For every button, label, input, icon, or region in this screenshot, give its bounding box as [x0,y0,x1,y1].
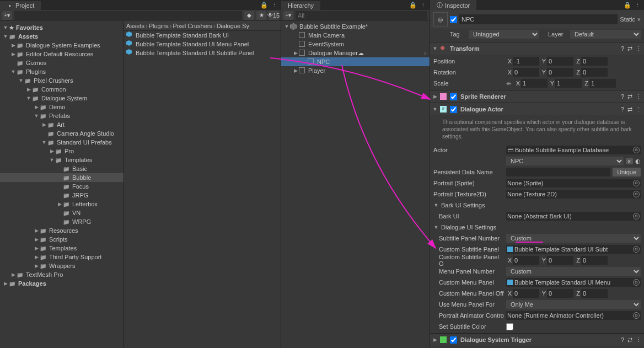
object-picker-icon[interactable]: ⊙ [633,246,640,253]
dialogue-trigger-header[interactable]: ▶ Dialogue System Trigger ?⇄⋮ [430,334,644,346]
bark-ui-field[interactable]: None (Abstract Bark UI)⊙ [506,212,641,221]
project-tree-item[interactable]: ▶Editor Default Resources [0,50,124,58]
context-menu-icon[interactable]: ⋮ [636,45,642,52]
sub-offset-y-input[interactable] [547,256,573,265]
preset-icon[interactable]: ⇄ [627,106,632,113]
menu-offset-x-input[interactable] [513,289,539,298]
position-x-input[interactable] [513,57,539,66]
rotation-z-input[interactable] [581,68,608,77]
project-tree-item[interactable]: ▶Templates [0,244,124,253]
breadcrumb-segment[interactable]: Pixel Crushers [173,23,212,29]
scale-y-input[interactable] [555,79,582,88]
menu-panel-number-dropdown[interactable]: Custom [506,267,641,276]
favorites-header[interactable]: ▼ ★ Favorites [0,23,124,32]
project-tree-item[interactable]: ▼Assets [0,32,124,41]
project-tree-item[interactable]: ▶Scripts [0,235,124,244]
foldout-icon[interactable]: ▼ [433,224,439,230]
object-name-input[interactable] [459,14,618,24]
hierarchy-item[interactable]: NPC [281,57,430,66]
project-tree-item[interactable]: Camera Angle Studio [0,129,124,138]
active-checkbox[interactable] [450,16,457,23]
visibility-icon[interactable]: 👁15 [269,11,278,20]
project-tree-item[interactable]: JRPG [0,191,124,200]
hierarchy-item[interactable]: ▼Bubble Subtitle Example* [281,22,430,31]
portrait-sprite-field[interactable]: None (Sprite)⊙ [506,179,641,188]
scale-x-input[interactable] [521,79,548,88]
custom-subtitle-panel-field[interactable]: Bubble Template Standard UI Subt⊙ [506,245,641,254]
project-tree-item[interactable]: ▶Resources [0,226,124,235]
context-menu-icon[interactable]: ⋮ [636,106,642,113]
position-z-input[interactable] [581,57,608,66]
toggle-icon[interactable]: ◐ [635,158,641,165]
rotation-y-input[interactable] [547,68,573,77]
hierarchy-item[interactable]: EventSystem [281,40,430,49]
scale-z-input[interactable] [589,79,616,88]
lock-icon[interactable]: 🔒 [409,2,417,9]
project-tree-item[interactable]: ▼Plugins [0,67,124,76]
panel-menu-icon[interactable]: ⋮ [635,2,641,9]
tag-dropdown[interactable]: Untagged [469,30,539,39]
breadcrumb-segment[interactable]: Plugins [149,23,169,29]
project-tree-item[interactable]: Bubble [0,173,124,182]
project-tree-item[interactable]: ▶TextMesh Pro [0,270,124,279]
asset-item[interactable]: Bubble Template Standard UI Subtitle Pan… [124,49,281,57]
preset-icon[interactable]: ⇄ [627,45,632,52]
add-button[interactable]: +▾ [2,11,12,20]
project-tree-item[interactable]: ▶Letterbox [0,200,124,208]
portrait-anim-field[interactable]: None (Runtime Animator Controller)⊙ [506,311,641,320]
asset-item[interactable]: Bubble Template Standard Bark UI [124,31,281,40]
preset-icon[interactable]: ⇄ [627,93,632,100]
dialogue-actor-enabled-checkbox[interactable] [450,106,457,113]
help-icon[interactable]: ? [621,45,624,52]
portrait-tex-field[interactable]: None (Texture 2D)⊙ [506,190,641,199]
help-icon[interactable]: ? [621,93,624,100]
project-tree-item[interactable]: ▼Prefabs [0,111,124,120]
project-tree-item[interactable]: ▶Art [0,120,124,129]
layer-dropdown[interactable]: Default [570,30,641,39]
custom-menu-panel-field[interactable]: Bubble Template Standard UI Menu⊙ [506,278,641,287]
sprite-renderer-header[interactable]: ▶ Sprite Renderer ?⇄⋮ [430,90,644,103]
inspector-tab[interactable]: ⓘ Inspector [430,0,476,10]
project-tree-item[interactable]: ▶Wrappers [0,261,124,270]
foldout-icon[interactable]: ▼ [433,202,439,208]
star-icon[interactable]: ★ [256,11,266,20]
breadcrumb-segment[interactable]: Assets [126,23,144,29]
filter-icon[interactable]: ◆ [244,11,254,20]
object-picker-icon[interactable]: ⊙ [633,213,640,219]
transform-header[interactable]: ▼ ✥ Transform ?⇄⋮ [430,42,644,55]
help-icon[interactable]: ? [621,336,624,344]
actor-dropdown[interactable]: NPC [506,157,624,165]
panel-menu-icon[interactable]: ⋮ [420,2,426,9]
hierarchy-item[interactable]: ▶Player [281,66,430,75]
trigger-enabled-checkbox[interactable] [450,336,457,344]
object-picker-icon[interactable]: ⊙ [633,312,640,319]
hierarchy-item[interactable]: ▶Dialogue Manager ☁› [281,49,430,57]
subtitle-panel-number-dropdown[interactable]: Custom [506,234,641,243]
static-dropdown-icon[interactable]: ▾ [637,16,641,23]
project-tree-item[interactable]: ▼Standard UI Prefabs [0,138,124,147]
set-subtitle-color-checkbox[interactable] [506,323,513,330]
persistent-input[interactable] [506,168,610,176]
lock-icon[interactable]: 🔒 [260,2,268,9]
project-search-input[interactable] [14,11,242,20]
link-icon[interactable]: ⇹ [506,80,511,87]
project-tree-item[interactable]: ▶Packages [0,279,124,288]
preset-icon[interactable]: ⇄ [627,336,632,344]
project-tree-item[interactable]: ▶Dialogue System Examples [0,41,124,50]
hierarchy-tab[interactable]: Hierarchy [281,1,320,10]
project-tree-item[interactable]: Focus [0,182,124,191]
sub-offset-z-input[interactable] [581,256,608,265]
context-menu-icon[interactable]: ⋮ [636,93,642,100]
help-icon[interactable]: ? [621,106,624,113]
object-picker-icon[interactable]: ⊙ [633,191,640,197]
project-tree-item[interactable]: ▼Pixel Crushers [0,76,124,85]
sprite-enabled-checkbox[interactable] [450,93,457,100]
project-tree-item[interactable]: ▶Demo [0,103,124,111]
clear-icon[interactable]: x [626,158,634,164]
breadcrumb[interactable]: Assets › Plugins › Pixel Crushers › Dial… [124,21,281,31]
project-tree-item[interactable]: Gizmos [0,58,124,67]
project-tab[interactable]: ▪ Project [0,1,41,10]
project-tree-item[interactable]: ▼Templates [0,156,124,164]
breadcrumb-segment[interactable]: Dialogue Sy [217,23,249,29]
project-tree-item[interactable]: ▶Pro [0,147,124,156]
